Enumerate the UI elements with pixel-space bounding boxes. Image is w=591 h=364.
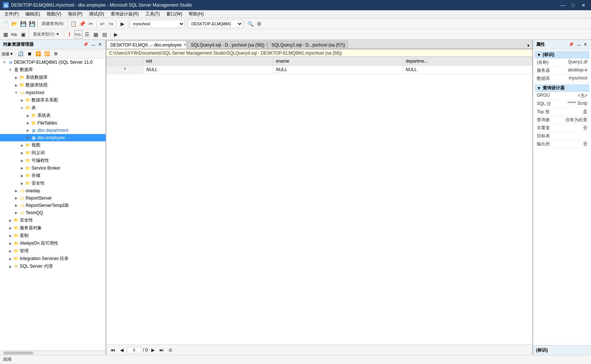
toolbar-btn-copy[interactable]: 📋 — [69, 20, 77, 28]
menu-query-designer[interactable]: 查询设计器(R) — [108, 10, 142, 18]
tree-item-dbdiagram[interactable]: ▶ 📁 数据库关系图 — [0, 96, 106, 104]
panel-pin-button[interactable]: 📌 — [82, 42, 89, 47]
expander-employee[interactable]: ▶ — [25, 136, 31, 140]
expander-replication[interactable]: ▶ — [7, 234, 13, 238]
toolbar-btn-new[interactable]: 📄 — [1, 20, 10, 28]
expander-oneday[interactable]: ▶ — [13, 189, 19, 193]
tree-item-filetables[interactable]: ▶ 📁 FileTables — [0, 119, 106, 127]
tab-sqlquery2[interactable]: SQLQuery2.sql - D...yschool (sa (57)) — [267, 41, 348, 49]
prop-pin-btn[interactable]: 📌 — [568, 41, 575, 48]
tree-item-management[interactable]: ▶ 📁 管理 — [0, 247, 106, 255]
tree-item-myschool[interactable]: ▼ 🗃 myschool — [0, 89, 106, 96]
tree-item-views[interactable]: ▶ 📁 视图 — [0, 141, 106, 149]
expander-myschool[interactable]: ▼ — [13, 91, 19, 94]
oe-btn-filter[interactable]: 🔽 — [34, 50, 43, 57]
toolbar-btn-saveall[interactable]: 💾 — [28, 20, 36, 28]
tab-employee-close[interactable]: ✕ — [183, 42, 186, 47]
oe-btn-stop[interactable]: ⏹ — [26, 50, 34, 57]
tree-item-tesmqq[interactable]: ▶ 🗃 TesmQQ — [0, 209, 106, 216]
toolbar-btn-open[interactable]: 📂 — [10, 20, 18, 28]
toolbar-server-select[interactable]: DESKTOP-ELMQ8M1 — [188, 20, 243, 28]
table-row[interactable]: * NULL NULL NULL — [107, 66, 532, 74]
toolbar-btn-exclaim[interactable]: ! — [66, 30, 74, 38]
tab-employee[interactable]: DESKTOP-ELMQ8...- dbo.employee ✕ — [106, 41, 187, 49]
oe-btn-sync[interactable]: 🔁 — [43, 50, 51, 57]
expander-server[interactable]: ▼ — [1, 60, 7, 64]
tree-item-reportserver[interactable]: ▶ 🗃 ReportServer — [0, 194, 106, 202]
expander-synonyms[interactable]: ▶ — [19, 151, 25, 155]
page-first-btn[interactable]: ⏮ — [109, 346, 117, 354]
expander-filetables[interactable]: ▶ — [25, 121, 31, 125]
panel-dock-button[interactable]: — — [90, 42, 96, 47]
cell-ename[interactable]: NULL — [273, 66, 403, 74]
toolbar-btn-redo[interactable]: ↪ — [107, 20, 115, 28]
tree-item-alwayson[interactable]: ▶ 📁 AlwaysOn 高可用性 — [0, 239, 106, 247]
menu-project[interactable]: 项目(P) — [65, 10, 85, 18]
toolbar-btn-table[interactable]: ▦ — [92, 30, 100, 38]
toolbar-btn-undo[interactable]: ↩ — [98, 20, 106, 28]
menu-tools[interactable]: 工具(T) — [143, 10, 163, 18]
expander-tesmqq[interactable]: ▶ — [13, 211, 19, 215]
toolbar-btn-paste[interactable]: 📌 — [78, 20, 86, 28]
tree-item-oneday[interactable]: ▶ 🗃 oneday — [0, 187, 106, 194]
tree-item-server[interactable]: ▼ 🖥 DESKTOP-ELMQ8M1 (SQL Server 11.0 — [0, 59, 106, 66]
tree-item-integration[interactable]: ▶ 📁 Integration Services 目录 — [0, 255, 106, 263]
expander-alwayson[interactable]: ▶ — [7, 242, 13, 245]
toolbar-btn-settings[interactable]: ⚙ — [255, 20, 263, 28]
connect-button[interactable]: 连接▼ — [1, 51, 14, 57]
expander-integration[interactable]: ▶ — [7, 257, 13, 261]
menu-edit[interactable]: 编辑(E) — [22, 10, 43, 18]
expander-dbdiagram[interactable]: ▶ — [19, 99, 25, 102]
expander-management[interactable]: ▶ — [7, 249, 13, 253]
page-last-btn[interactable]: ⏭ — [158, 346, 165, 354]
expander-reportserver[interactable]: ▶ — [13, 196, 19, 200]
prop-dock-btn[interactable]: — — [576, 41, 582, 48]
toolbar-btn-3[interactable]: ▣ — [19, 30, 27, 38]
tree-item-employee[interactable]: ▶ ▦ dbo.employee — [0, 134, 106, 141]
oe-scrollbar-h[interactable] — [0, 350, 106, 355]
cell-departme[interactable]: NULL — [403, 66, 532, 74]
tree-item-security-myschool[interactable]: ▶ 📁 安全性 — [0, 179, 106, 187]
tree-item-sysdb[interactable]: ▶ 📁 系统数据库 — [0, 74, 106, 81]
expander-sysdb[interactable]: ▶ — [13, 76, 19, 79]
toolbar-btn-sql2[interactable]: SQL — [74, 30, 82, 38]
expander-reportservertempdb[interactable]: ▶ — [13, 204, 19, 207]
tree-item-synonyms[interactable]: ▶ 📁 同义词 — [0, 149, 106, 157]
toolbar-btn-run[interactable]: ▶ — [118, 20, 126, 28]
tree-item-programmability[interactable]: ▶ 📁 可编程性 — [0, 157, 106, 164]
tree-item-service-broker[interactable]: ▶ 📁 Service Broker — [0, 164, 106, 172]
menu-debug[interactable]: 调试(D) — [86, 10, 107, 18]
prop-section-identity-header[interactable]: ▼ (标识) — [535, 51, 590, 59]
page-next-btn[interactable]: ▶ — [149, 346, 156, 354]
tree-item-server-objects[interactable]: ▶ 📁 服务器对象 — [0, 224, 106, 232]
expander-service-broker[interactable]: ▶ — [19, 166, 25, 170]
expander-security[interactable]: ▶ — [7, 219, 13, 222]
expander-security-myschool[interactable]: ▶ — [19, 182, 25, 185]
tree-item-storage[interactable]: ▶ 📁 存储 — [0, 172, 106, 179]
toolbar-btn-play[interactable]: ▶ — [112, 30, 120, 38]
tree-item-snapshot[interactable]: ▶ 📁 数据库快照 — [0, 81, 106, 89]
expander-dept[interactable]: ▶ — [25, 129, 31, 132]
panel-close-button[interactable]: ✕ — [97, 42, 103, 47]
change-type-button[interactable]: 更改类型(Y) ▼ — [30, 30, 62, 38]
expander-snapshot[interactable]: ▶ — [13, 83, 19, 87]
toolbar-database-select[interactable]: myschool — [130, 20, 185, 28]
menu-window[interactable]: 窗口(W) — [163, 10, 185, 18]
oe-btn-settings[interactable]: ⚙ — [52, 50, 60, 57]
expander-agent[interactable]: ▶ — [7, 265, 13, 268]
tree-item-tables[interactable]: ▼ 📁 表 — [0, 104, 106, 112]
oe-btn-refresh[interactable]: 🔄 — [17, 50, 25, 57]
prop-close-btn[interactable]: ✕ — [583, 41, 588, 48]
expander-server-objects[interactable]: ▶ — [7, 226, 13, 230]
expander-tables[interactable]: ▼ — [19, 106, 25, 110]
page-input[interactable] — [127, 347, 141, 353]
prop-section-designer-header[interactable]: ▼ 查询设计器 — [535, 84, 590, 92]
new-query-button[interactable]: 新建查询(N) — [39, 20, 66, 28]
tab-sqlquery4[interactable]: SQLQuery4.sql - D...yschool (sa (58)) ✕ — [187, 41, 267, 49]
expander-programmability[interactable]: ▶ — [19, 159, 25, 163]
toolbar-btn-find[interactable]: 🔍 — [246, 20, 254, 28]
minimize-button[interactable]: — — [558, 1, 568, 9]
tree-item-replication[interactable]: ▶ 📁 复制 — [0, 232, 106, 239]
tree-item-reportservertempdb[interactable]: ▶ 🗃 ReportServerTempDB — [0, 202, 106, 209]
menu-file[interactable]: 文件(F) — [1, 10, 22, 18]
